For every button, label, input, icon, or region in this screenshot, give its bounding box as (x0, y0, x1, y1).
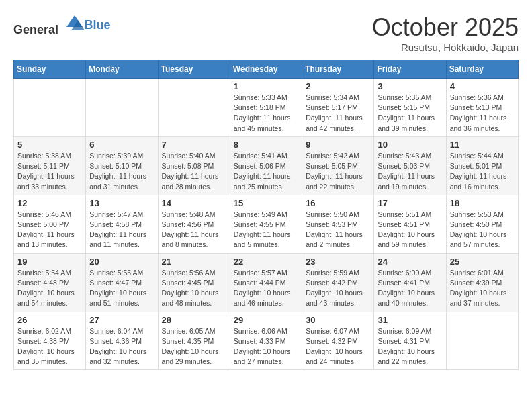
logo-icon (64, 13, 85, 34)
day-info: Sunrise: 5:46 AM Sunset: 5:00 PM Dayligh… (17, 210, 82, 250)
calendar-cell (446, 312, 518, 370)
calendar-cell: 20Sunrise: 5:55 AM Sunset: 4:47 PM Dayli… (86, 253, 158, 312)
day-info: Sunrise: 6:04 AM Sunset: 4:36 PM Dayligh… (89, 326, 154, 367)
day-number: 16 (306, 198, 370, 208)
day-info: Sunrise: 5:54 AM Sunset: 4:48 PM Dayligh… (17, 268, 82, 309)
calendar-cell: 28Sunrise: 6:05 AM Sunset: 4:35 PM Dayli… (158, 312, 230, 370)
day-info: Sunrise: 5:57 AM Sunset: 4:44 PM Dayligh… (234, 268, 298, 309)
calendar-cell: 17Sunrise: 5:51 AM Sunset: 4:51 PM Dayli… (374, 195, 446, 253)
day-number: 13 (89, 198, 154, 208)
logo-blue: Blue (85, 18, 111, 32)
day-info: Sunrise: 5:49 AM Sunset: 4:55 PM Dayligh… (234, 210, 298, 250)
day-info: Sunrise: 5:41 AM Sunset: 5:06 PM Dayligh… (234, 151, 298, 192)
day-number: 3 (378, 81, 442, 91)
day-number: 11 (450, 140, 515, 150)
day-info: Sunrise: 5:34 AM Sunset: 5:17 PM Dayligh… (306, 93, 370, 134)
day-number: 14 (162, 198, 226, 208)
calendar-cell: 31Sunrise: 6:09 AM Sunset: 4:31 PM Dayli… (374, 312, 446, 370)
day-number: 18 (450, 198, 515, 208)
day-number: 6 (89, 140, 154, 150)
calendar-week-row: 5Sunrise: 5:38 AM Sunset: 5:11 PM Daylig… (14, 136, 519, 195)
calendar-title: October 2025 (372, 13, 519, 42)
calendar-cell: 5Sunrise: 5:38 AM Sunset: 5:11 PM Daylig… (14, 136, 86, 195)
day-info: Sunrise: 5:42 AM Sunset: 5:05 PM Dayligh… (306, 151, 370, 192)
day-number: 25 (450, 257, 515, 267)
day-number: 9 (306, 140, 370, 150)
day-number: 5 (17, 140, 82, 150)
day-number: 28 (162, 315, 226, 325)
calendar-cell: 23Sunrise: 5:59 AM Sunset: 4:42 PM Dayli… (302, 253, 374, 312)
calendar-week-row: 19Sunrise: 5:54 AM Sunset: 4:48 PM Dayli… (14, 253, 519, 312)
calendar-cell: 9Sunrise: 5:42 AM Sunset: 5:05 PM Daylig… (302, 136, 374, 195)
calendar-cell: 26Sunrise: 6:02 AM Sunset: 4:38 PM Dayli… (14, 312, 86, 370)
calendar-cell: 25Sunrise: 6:01 AM Sunset: 4:39 PM Dayli… (446, 253, 518, 312)
day-info: Sunrise: 5:44 AM Sunset: 5:01 PM Dayligh… (450, 151, 515, 192)
calendar-cell: 27Sunrise: 6:04 AM Sunset: 4:36 PM Dayli… (86, 312, 158, 370)
day-info: Sunrise: 6:01 AM Sunset: 4:39 PM Dayligh… (450, 268, 515, 309)
day-number: 29 (234, 315, 298, 325)
day-info: Sunrise: 5:47 AM Sunset: 4:58 PM Dayligh… (89, 210, 154, 250)
day-info: Sunrise: 5:51 AM Sunset: 4:51 PM Dayligh… (378, 210, 442, 250)
calendar-cell: 11Sunrise: 5:44 AM Sunset: 5:01 PM Dayli… (446, 136, 518, 195)
weekday-header-wednesday: Wednesday (230, 60, 302, 79)
weekday-header-row: SundayMondayTuesdayWednesdayThursdayFrid… (14, 60, 519, 79)
calendar-cell: 29Sunrise: 6:06 AM Sunset: 4:33 PM Dayli… (230, 312, 302, 370)
calendar-cell: 12Sunrise: 5:46 AM Sunset: 5:00 PM Dayli… (14, 195, 86, 253)
calendar-cell: 16Sunrise: 5:50 AM Sunset: 4:53 PM Dayli… (302, 195, 374, 253)
calendar-cell: 21Sunrise: 5:56 AM Sunset: 4:45 PM Dayli… (158, 253, 230, 312)
calendar-cell: 15Sunrise: 5:49 AM Sunset: 4:55 PM Dayli… (230, 195, 302, 253)
logo: General Blue (13, 13, 111, 37)
weekday-header-tuesday: Tuesday (158, 60, 230, 79)
day-info: Sunrise: 5:59 AM Sunset: 4:42 PM Dayligh… (306, 268, 370, 309)
calendar-cell (86, 79, 158, 137)
calendar-cell: 30Sunrise: 6:07 AM Sunset: 4:32 PM Dayli… (302, 312, 374, 370)
day-info: Sunrise: 5:43 AM Sunset: 5:03 PM Dayligh… (378, 151, 442, 192)
day-number: 10 (378, 140, 442, 150)
day-info: Sunrise: 6:05 AM Sunset: 4:35 PM Dayligh… (162, 326, 226, 367)
calendar-cell: 7Sunrise: 5:40 AM Sunset: 5:08 PM Daylig… (158, 136, 230, 195)
day-info: Sunrise: 6:06 AM Sunset: 4:33 PM Dayligh… (234, 326, 298, 367)
calendar-cell: 14Sunrise: 5:48 AM Sunset: 4:56 PM Dayli… (158, 195, 230, 253)
day-info: Sunrise: 5:36 AM Sunset: 5:13 PM Dayligh… (450, 93, 515, 134)
weekday-header-sunday: Sunday (14, 60, 86, 79)
calendar-cell (158, 79, 230, 137)
day-number: 31 (378, 315, 442, 325)
day-number: 30 (306, 315, 370, 325)
weekday-header-friday: Friday (374, 60, 446, 79)
calendar-cell: 4Sunrise: 5:36 AM Sunset: 5:13 PM Daylig… (446, 79, 518, 137)
day-info: Sunrise: 5:39 AM Sunset: 5:10 PM Dayligh… (89, 151, 154, 192)
day-info: Sunrise: 5:50 AM Sunset: 4:53 PM Dayligh… (306, 210, 370, 250)
calendar-week-row: 1Sunrise: 5:33 AM Sunset: 5:18 PM Daylig… (14, 79, 519, 137)
calendar-week-row: 12Sunrise: 5:46 AM Sunset: 5:00 PM Dayli… (14, 195, 519, 253)
weekday-header-monday: Monday (86, 60, 158, 79)
day-info: Sunrise: 6:00 AM Sunset: 4:41 PM Dayligh… (378, 268, 442, 309)
day-info: Sunrise: 5:38 AM Sunset: 5:11 PM Dayligh… (17, 151, 82, 192)
calendar-header: General Blue October 2025 Rusutsu, Hokka… (13, 13, 519, 53)
day-info: Sunrise: 5:35 AM Sunset: 5:15 PM Dayligh… (378, 93, 442, 134)
day-number: 27 (89, 315, 154, 325)
day-number: 19 (17, 257, 82, 267)
calendar-cell: 24Sunrise: 6:00 AM Sunset: 4:41 PM Dayli… (374, 253, 446, 312)
day-number: 20 (89, 257, 154, 267)
day-number: 8 (234, 140, 298, 150)
weekday-header-thursday: Thursday (302, 60, 374, 79)
calendar-cell: 22Sunrise: 5:57 AM Sunset: 4:44 PM Dayli… (230, 253, 302, 312)
day-number: 23 (306, 257, 370, 267)
calendar-cell: 6Sunrise: 5:39 AM Sunset: 5:10 PM Daylig… (86, 136, 158, 195)
day-number: 17 (378, 198, 442, 208)
calendar-cell: 13Sunrise: 5:47 AM Sunset: 4:58 PM Dayli… (86, 195, 158, 253)
calendar-cell: 18Sunrise: 5:53 AM Sunset: 4:50 PM Dayli… (446, 195, 518, 253)
day-number: 21 (162, 257, 226, 267)
calendar-cell: 3Sunrise: 5:35 AM Sunset: 5:15 PM Daylig… (374, 79, 446, 137)
calendar-cell: 10Sunrise: 5:43 AM Sunset: 5:03 PM Dayli… (374, 136, 446, 195)
day-info: Sunrise: 6:09 AM Sunset: 4:31 PM Dayligh… (378, 326, 442, 367)
calendar-cell: 2Sunrise: 5:34 AM Sunset: 5:17 PM Daylig… (302, 79, 374, 137)
weekday-header-saturday: Saturday (446, 60, 518, 79)
day-number: 26 (17, 315, 82, 325)
day-info: Sunrise: 5:33 AM Sunset: 5:18 PM Dayligh… (234, 93, 298, 134)
calendar-cell: 8Sunrise: 5:41 AM Sunset: 5:06 PM Daylig… (230, 136, 302, 195)
day-info: Sunrise: 6:02 AM Sunset: 4:38 PM Dayligh… (17, 326, 82, 367)
calendar-subtitle: Rusutsu, Hokkaido, Japan (372, 42, 519, 53)
day-info: Sunrise: 5:55 AM Sunset: 4:47 PM Dayligh… (89, 268, 154, 309)
day-info: Sunrise: 6:07 AM Sunset: 4:32 PM Dayligh… (306, 326, 370, 367)
